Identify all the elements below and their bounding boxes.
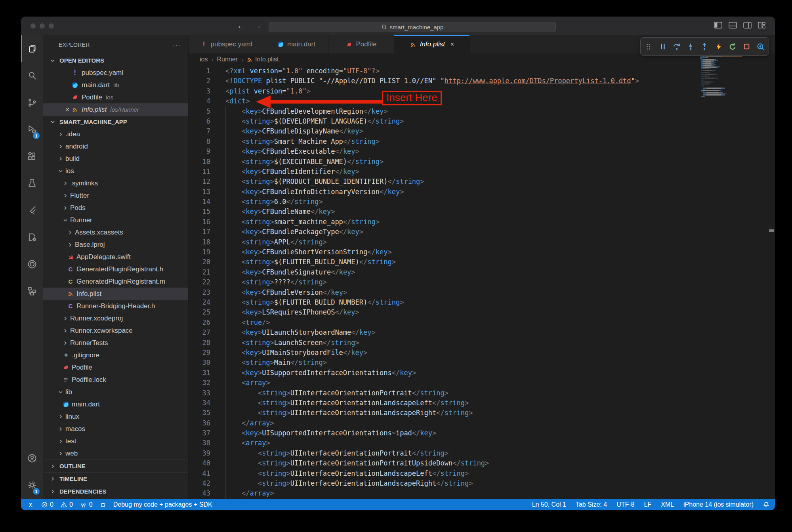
line-number[interactable]: 14	[189, 197, 210, 207]
line-number[interactable]: 29	[189, 348, 210, 358]
code-line[interactable]: 1<?xml version="1.0" encoding="UTF-8"?>	[189, 66, 775, 76]
tab-pubspec.yaml[interactable]: !pubspec.yaml	[189, 35, 264, 53]
line-number[interactable]: 33	[189, 388, 210, 398]
code-line[interactable]: 40<string>UIInterfaceOrientationPortrait…	[189, 458, 775, 468]
line-number[interactable]: 8	[189, 137, 210, 147]
activity-item-explorer[interactable]	[21, 35, 43, 62]
command-center-search[interactable]: smart_machine_app	[269, 22, 556, 32]
line-number[interactable]: 43	[189, 488, 210, 498]
breadcrumb-ios[interactable]: ios	[200, 56, 208, 63]
code-line[interactable]: 28<string>LaunchScreen</string>	[189, 338, 775, 348]
code-line[interactable]: 41<string>UIInterfaceOrientationLandscap…	[189, 469, 775, 479]
line-number[interactable]: 23	[189, 288, 210, 297]
tree-item-.idea[interactable]: .idea	[43, 128, 188, 140]
activity-item-hierarchy[interactable]	[21, 278, 43, 305]
line-number[interactable]: 22	[189, 277, 210, 287]
code-line[interactable]: 20<string>$(FLUTTER_BUILD_NAME)</string>	[189, 257, 775, 267]
line-number[interactable]: 28	[189, 338, 210, 348]
line-number[interactable]: 6	[189, 116, 210, 126]
tree-item-linux[interactable]: linux	[43, 410, 188, 423]
line-number[interactable]: 40	[189, 458, 210, 468]
tree-item-test[interactable]: test	[43, 435, 188, 447]
close-icon[interactable]: ✕	[63, 107, 71, 113]
project-section-header[interactable]: SMART_MACHINE_APP	[43, 116, 188, 128]
code-line[interactable]: 14<string>6.0</string>	[189, 197, 775, 207]
close-window-button[interactable]	[31, 23, 36, 29]
grip-icon[interactable]	[643, 41, 655, 53]
devtools-icon[interactable]	[755, 41, 767, 53]
code-line[interactable]: 36</array>	[189, 418, 775, 428]
language-mode[interactable]: XML	[661, 499, 674, 510]
tree-item-lib[interactable]: lib	[43, 386, 188, 398]
activity-item-testing[interactable]	[21, 170, 43, 197]
indentation[interactable]: Tab Size: 4	[576, 499, 607, 510]
code-line[interactable]: 30<string>Main</string>	[189, 358, 775, 368]
tab-Podfile[interactable]: Podfile	[328, 35, 394, 53]
tree-item-Runner.xcodeproj[interactable]: Runner.xcodeproj	[43, 312, 188, 324]
tree-item-AppDelegate.swift[interactable]: AppDelegate.swift	[43, 251, 188, 263]
line-number[interactable]: 10	[189, 157, 210, 167]
line-number[interactable]: 4	[189, 96, 210, 106]
minimap[interactable]	[700, 55, 758, 97]
line-number[interactable]: 13	[189, 187, 210, 197]
line-number[interactable]: 42	[189, 479, 210, 488]
code-line[interactable]: 35<string>UIInterfaceOrientationLandscap…	[189, 408, 775, 418]
line-number[interactable]: 12	[189, 177, 210, 187]
breadcrumb-Info.plist[interactable]: Info.plist	[247, 56, 279, 63]
activity-item-accounts[interactable]	[21, 445, 43, 472]
close-icon[interactable]: ×	[450, 41, 454, 48]
code-line[interactable]: 29<key>UIMainStoryboardFile</key>	[189, 348, 775, 358]
tree-item-Base.lproj[interactable]: Base.lproj	[43, 238, 188, 251]
warnings-count[interactable]: 0	[61, 499, 73, 510]
code-line[interactable]: 37<key>UISupportedInterfaceOrientations~…	[189, 428, 775, 438]
code-line[interactable]: 13<key>CFBundleInfoDictionaryVersion</ke…	[189, 187, 775, 197]
open-editor-item[interactable]: ✕Podfileios	[43, 91, 188, 103]
line-number[interactable]: 32	[189, 378, 210, 388]
code-line[interactable]: 27<key>UILaunchStoryboardName</key>	[189, 328, 775, 338]
customize-layout-icon[interactable]	[758, 22, 765, 29]
minimize-window-button[interactable]	[40, 23, 45, 29]
zoom-window-button[interactable]	[49, 23, 54, 29]
step-over-icon[interactable]	[671, 41, 683, 53]
line-number[interactable]: 5	[189, 107, 210, 116]
code-editor[interactable]: 1<?xml version="1.0" encoding="UTF-8"?>2…	[189, 65, 775, 499]
tree-item-main.dart[interactable]: main.dart	[43, 398, 188, 410]
ports-count[interactable]: 0	[80, 499, 93, 510]
code-line[interactable]: 39<string>UIInterfaceOrientationPortrait…	[189, 448, 775, 458]
line-number[interactable]: 19	[189, 247, 210, 257]
code-line[interactable]: 11<key>CFBundleIdentifier</key>	[189, 167, 775, 177]
tree-item-android[interactable]: android	[43, 140, 188, 153]
line-number[interactable]: 2	[189, 76, 210, 86]
line-number[interactable]: 30	[189, 358, 210, 368]
section-dependencies[interactable]: DEPENDENCIES	[43, 485, 188, 498]
back-icon[interactable]: ←	[237, 21, 245, 31]
open-editors-header[interactable]: OPEN EDITORS	[43, 54, 188, 67]
tree-item-ios[interactable]: ios	[43, 165, 188, 177]
line-number[interactable]: 20	[189, 257, 210, 267]
notifications-bell[interactable]	[763, 499, 769, 510]
remote-indicator[interactable]	[27, 499, 34, 510]
line-number[interactable]: 25	[189, 307, 210, 317]
code-line[interactable]: 12<string>$(PRODUCT_BUNDLE_IDENTIFIER)</…	[189, 177, 775, 187]
line-number[interactable]: 37	[189, 428, 210, 438]
code-line[interactable]: 23<key>CFBundleVersion</key>	[189, 288, 775, 297]
tree-item-macos[interactable]: macos	[43, 423, 188, 435]
code-line[interactable]: 15<key>CFBundleName</key>	[189, 207, 775, 217]
line-number[interactable]: 24	[189, 297, 210, 307]
code-line[interactable]: 38<array>	[189, 438, 775, 448]
code-line[interactable]: 10<string>$(EXECUTABLE_NAME)</string>	[189, 157, 775, 167]
restart-icon[interactable]	[727, 41, 739, 53]
toggle-primary-sidebar-icon[interactable]	[714, 22, 722, 29]
code-line[interactable]: 33<string>UIInterfaceOrientationPortrait…	[189, 388, 775, 398]
tree-item-Runner.xcworkspace[interactable]: Runner.xcworkspace	[43, 324, 188, 337]
line-number[interactable]: 36	[189, 418, 210, 428]
line-number[interactable]: 39	[189, 448, 210, 458]
line-number[interactable]: 34	[189, 398, 210, 408]
tab-Info.plist[interactable]: Info.plist×	[394, 35, 470, 53]
tree-item-.gitignore[interactable]: .gitignore	[43, 349, 188, 361]
tree-item-Podfile.lock[interactable]: Podfile.lock	[43, 374, 188, 386]
tree-item-GeneratedPluginRegistrant.h[interactable]: CGeneratedPluginRegistrant.h	[43, 263, 188, 275]
code-line[interactable]: 17<key>CFBundlePackageType</key>	[189, 227, 775, 237]
debug-config-label[interactable]: Debug my code + packages + SDK	[113, 499, 212, 510]
tree-item-Info.plist[interactable]: Info.plist	[43, 288, 188, 300]
